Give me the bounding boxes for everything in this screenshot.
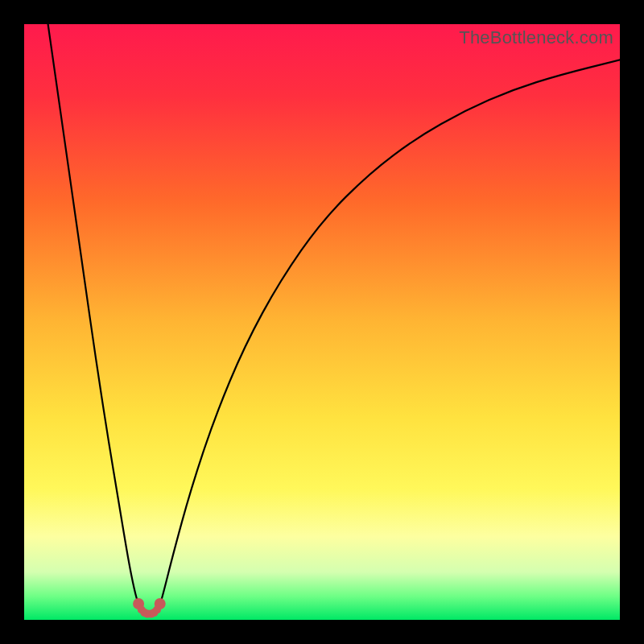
chart-frame: TheBottleneck.com — [24, 24, 620, 620]
watermark-label: TheBottleneck.com — [459, 27, 613, 48]
valley-marker — [155, 598, 166, 609]
bottleneck-chart — [24, 24, 620, 620]
gradient-background — [24, 24, 620, 620]
